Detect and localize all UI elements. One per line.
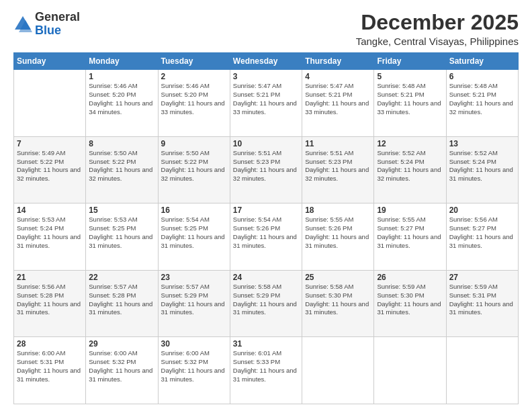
table-cell: 26Sunrise: 5:59 AMSunset: 5:30 PMDayligh… [374,270,446,337]
day-number: 8 [89,139,154,148]
day-info: Sunrise: 6:01 AMSunset: 5:33 PMDaylight:… [233,349,299,383]
table-cell: 22Sunrise: 5:57 AMSunset: 5:28 PMDayligh… [86,270,158,337]
day-number: 15 [89,205,154,215]
table-cell: 15Sunrise: 5:53 AMSunset: 5:25 PMDayligh… [86,203,158,271]
day-info: Sunrise: 5:51 AMSunset: 5:23 PMDaylight:… [233,149,299,183]
day-number: 16 [161,205,227,215]
col-tuesday: Tuesday [158,53,230,70]
logo: General Blue [13,11,80,38]
day-number: 2 [161,72,227,81]
day-info: Sunrise: 5:52 AMSunset: 5:24 PMDaylight:… [449,149,515,183]
table-cell: 28Sunrise: 6:00 AMSunset: 5:31 PMDayligh… [14,337,86,404]
table-cell: 21Sunrise: 5:56 AMSunset: 5:28 PMDayligh… [14,270,86,337]
day-number: 25 [305,273,371,282]
day-info: Sunrise: 5:54 AMSunset: 5:25 PMDaylight:… [161,216,227,250]
day-info: Sunrise: 5:57 AMSunset: 5:28 PMDaylight:… [89,283,154,317]
day-info: Sunrise: 6:00 AMSunset: 5:32 PMDaylight:… [89,349,154,383]
col-wednesday: Wednesday [230,53,302,70]
col-saturday: Saturday [446,53,518,70]
table-cell: 24Sunrise: 5:58 AMSunset: 5:29 PMDayligh… [230,270,302,337]
col-thursday: Thursday [302,53,374,70]
day-number: 13 [449,139,515,148]
table-cell [374,337,446,404]
page: General Blue December 2025 Tangke, Centr… [0,0,532,411]
table-cell: 10Sunrise: 5:51 AMSunset: 5:23 PMDayligh… [230,136,302,203]
day-number: 14 [17,205,83,215]
day-info: Sunrise: 5:55 AMSunset: 5:26 PMDaylight:… [305,216,371,250]
day-number: 28 [17,339,83,349]
table-cell: 1Sunrise: 5:46 AMSunset: 5:20 PMDaylight… [86,70,158,137]
table-cell: 17Sunrise: 5:54 AMSunset: 5:26 PMDayligh… [230,203,302,271]
table-cell: 6Sunrise: 5:48 AMSunset: 5:21 PMDaylight… [446,70,518,137]
table-cell: 11Sunrise: 5:51 AMSunset: 5:23 PMDayligh… [302,136,374,203]
day-info: Sunrise: 5:47 AMSunset: 5:21 PMDaylight:… [305,82,371,116]
table-cell: 7Sunrise: 5:49 AMSunset: 5:22 PMDaylight… [14,136,86,203]
table-cell: 20Sunrise: 5:56 AMSunset: 5:27 PMDayligh… [446,203,518,271]
table-cell [446,337,518,404]
table-cell: 3Sunrise: 5:47 AMSunset: 5:21 PMDaylight… [230,70,302,137]
week-row-0: 1Sunrise: 5:46 AMSunset: 5:20 PMDaylight… [14,70,519,137]
day-number: 11 [305,139,371,148]
table-cell: 4Sunrise: 5:47 AMSunset: 5:21 PMDaylight… [302,70,374,137]
day-number: 22 [89,273,154,282]
table-cell: 9Sunrise: 5:50 AMSunset: 5:22 PMDaylight… [158,136,230,203]
calendar-table: Sunday Monday Tuesday Wednesday Thursday… [13,52,519,404]
day-number: 5 [377,72,443,81]
table-cell: 16Sunrise: 5:54 AMSunset: 5:25 PMDayligh… [158,203,230,271]
day-info: Sunrise: 5:53 AMSunset: 5:24 PMDaylight:… [17,216,83,250]
day-number: 3 [233,72,299,81]
subtitle: Tangke, Central Visayas, Philippines [356,36,519,47]
day-number: 4 [305,72,371,81]
day-number: 27 [449,273,515,282]
day-info: Sunrise: 5:50 AMSunset: 5:22 PMDaylight:… [161,149,227,183]
table-cell: 23Sunrise: 5:57 AMSunset: 5:29 PMDayligh… [158,270,230,337]
day-info: Sunrise: 5:48 AMSunset: 5:21 PMDaylight:… [377,82,443,116]
day-number: 29 [89,339,154,349]
table-cell: 2Sunrise: 5:46 AMSunset: 5:20 PMDaylight… [158,70,230,137]
day-number: 31 [233,339,299,349]
day-info: Sunrise: 5:51 AMSunset: 5:23 PMDaylight:… [305,149,371,183]
table-cell [302,337,374,404]
day-info: Sunrise: 5:47 AMSunset: 5:21 PMDaylight:… [233,82,299,116]
table-cell: 13Sunrise: 5:52 AMSunset: 5:24 PMDayligh… [446,136,518,203]
day-info: Sunrise: 5:46 AMSunset: 5:20 PMDaylight:… [161,82,227,116]
table-cell: 14Sunrise: 5:53 AMSunset: 5:24 PMDayligh… [14,203,86,271]
header: General Blue December 2025 Tangke, Centr… [13,11,519,47]
main-title: December 2025 [356,11,519,34]
day-info: Sunrise: 5:52 AMSunset: 5:24 PMDaylight:… [377,149,443,183]
col-monday: Monday [86,53,158,70]
table-cell: 31Sunrise: 6:01 AMSunset: 5:33 PMDayligh… [230,337,302,404]
day-info: Sunrise: 5:50 AMSunset: 5:22 PMDaylight:… [89,149,154,183]
day-number: 9 [161,139,227,148]
day-info: Sunrise: 5:56 AMSunset: 5:28 PMDaylight:… [17,283,83,317]
calendar-header-row: Sunday Monday Tuesday Wednesday Thursday… [14,53,519,70]
day-info: Sunrise: 5:58 AMSunset: 5:29 PMDaylight:… [233,283,299,317]
day-number: 19 [377,205,443,215]
day-info: Sunrise: 6:00 AMSunset: 5:31 PMDaylight:… [17,349,83,383]
table-cell: 12Sunrise: 5:52 AMSunset: 5:24 PMDayligh… [374,136,446,203]
day-number: 6 [449,72,515,81]
table-cell: 18Sunrise: 5:55 AMSunset: 5:26 PMDayligh… [302,203,374,271]
table-cell: 8Sunrise: 5:50 AMSunset: 5:22 PMDaylight… [86,136,158,203]
day-info: Sunrise: 5:48 AMSunset: 5:21 PMDaylight:… [449,82,515,116]
table-cell: 29Sunrise: 6:00 AMSunset: 5:32 PMDayligh… [86,337,158,404]
col-friday: Friday [374,53,446,70]
day-info: Sunrise: 5:55 AMSunset: 5:27 PMDaylight:… [377,216,443,250]
day-info: Sunrise: 6:00 AMSunset: 5:32 PMDaylight:… [161,349,227,383]
table-cell: 5Sunrise: 5:48 AMSunset: 5:21 PMDaylight… [374,70,446,137]
col-sunday: Sunday [14,53,86,70]
week-row-4: 28Sunrise: 6:00 AMSunset: 5:31 PMDayligh… [14,337,519,404]
day-info: Sunrise: 5:58 AMSunset: 5:30 PMDaylight:… [305,283,371,317]
table-cell [14,70,86,137]
day-number: 17 [233,205,299,215]
week-row-3: 21Sunrise: 5:56 AMSunset: 5:28 PMDayligh… [14,270,519,337]
day-info: Sunrise: 5:54 AMSunset: 5:26 PMDaylight:… [233,216,299,250]
logo-blue-text: Blue [35,24,61,37]
day-number: 20 [449,205,515,215]
day-number: 10 [233,139,299,148]
day-number: 7 [17,139,83,148]
day-number: 21 [17,273,83,282]
day-number: 23 [161,273,227,282]
day-info: Sunrise: 5:53 AMSunset: 5:25 PMDaylight:… [89,216,154,250]
day-number: 24 [233,273,299,282]
